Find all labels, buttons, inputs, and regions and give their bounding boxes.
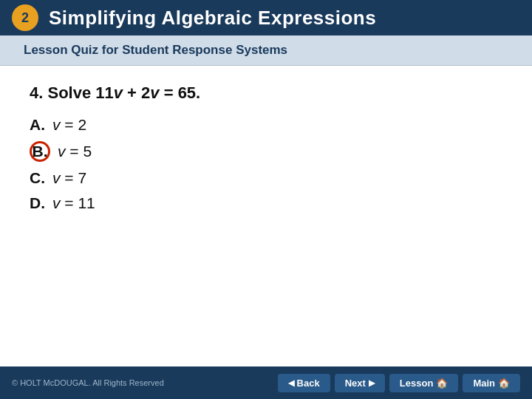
header-bar: 2 Simplifying Algebraic Expressions <box>0 0 532 35</box>
footer-bar: © HOLT McDOUGAL. All Rights Reserved ◀ B… <box>0 366 532 399</box>
option-a-text: v = 2 <box>52 116 86 134</box>
chapter-number: 2 <box>12 4 38 31</box>
main-content: 4. Solve 11v + 2v = 65. A. v = 2 B. v = … <box>0 66 532 227</box>
option-a[interactable]: A. v = 2 <box>30 116 502 134</box>
option-c-text: v = 7 <box>52 169 86 187</box>
back-button[interactable]: ◀ Back <box>278 374 330 392</box>
subtitle-text: Lesson Quiz for Student Response Systems <box>24 43 287 57</box>
main-label: Main <box>473 378 495 389</box>
footer-buttons: ◀ Back Next ▶ Lesson 🏠 Main 🏠 <box>278 374 520 392</box>
next-button[interactable]: Next ▶ <box>335 374 385 392</box>
header-title: Simplifying Algebraic Expressions <box>49 7 376 30</box>
lesson-label: Lesson <box>400 378 434 389</box>
option-b[interactable]: B. v = 5 <box>30 141 502 162</box>
home-icon: 🏠 <box>436 378 448 389</box>
option-d-label: D. <box>30 194 45 212</box>
option-b-text: v = 5 <box>58 143 92 160</box>
subtitle-bar: Lesson Quiz for Student Response Systems <box>0 35 532 66</box>
option-c[interactable]: C. v = 7 <box>30 169 502 187</box>
option-d-text: v = 11 <box>52 194 95 212</box>
back-label: Back <box>297 378 320 389</box>
next-arrow-icon: ▶ <box>369 378 375 388</box>
option-b-label: B. <box>30 141 50 162</box>
question-title: 4. Solve 11v + 2v = 65. <box>30 83 502 103</box>
main-button[interactable]: Main 🏠 <box>463 374 520 392</box>
option-c-label: C. <box>30 169 45 187</box>
lesson-button[interactable]: Lesson 🏠 <box>389 374 459 392</box>
back-arrow-icon: ◀ <box>288 378 294 388</box>
option-a-label: A. <box>30 116 45 134</box>
option-d[interactable]: D. v = 11 <box>30 194 502 212</box>
main-icon: 🏠 <box>498 378 510 389</box>
next-label: Next <box>345 378 366 389</box>
copyright-text: © HOLT McDOUGAL. All Rights Reserved <box>12 378 164 387</box>
